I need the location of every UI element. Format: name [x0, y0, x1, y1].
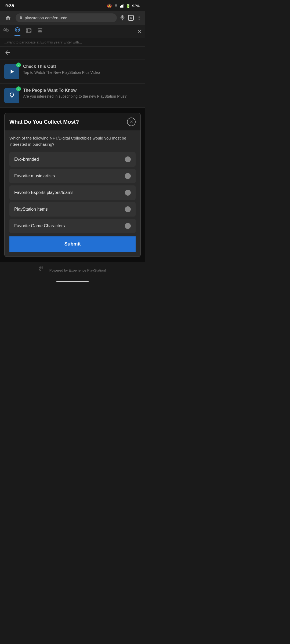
svg-point-7 — [139, 19, 139, 20]
browser-actions: 4 — [119, 15, 142, 21]
option-label-evo: Evo-branded — [14, 157, 39, 162]
tab-film-icon[interactable] — [26, 28, 32, 35]
radio-option-evo-branded[interactable]: Evo-branded — [9, 152, 136, 167]
close-icon: ✕ — [130, 119, 133, 125]
svg-rect-4 — [20, 17, 22, 19]
radio-circle-evo — [125, 156, 131, 162]
svg-marker-28 — [42, 267, 43, 268]
close-tabs-icon[interactable]: ✕ — [137, 28, 142, 35]
survey-card-check-this-out[interactable]: ✓ Check This Out! Tap to Watch The New P… — [0, 60, 145, 84]
svg-point-6 — [139, 17, 139, 18]
survey-desc-2: Are you interested in subscribing to the… — [23, 94, 126, 99]
modal-collect: What Do You Collect Most? ✕ Which of the… — [4, 113, 141, 257]
browser-tabs-bar: ✕ — [0, 25, 145, 38]
radio-circle-esports — [125, 190, 131, 196]
svg-point-13 — [16, 29, 17, 30]
survey-icon-play: ✓ — [4, 64, 19, 79]
notification-muted-icon: 🔕 — [107, 3, 112, 8]
svg-rect-3 — [123, 4, 124, 8]
option-label-playstation: PlayStation Items — [14, 207, 48, 212]
svg-point-5 — [139, 16, 139, 17]
svg-point-12 — [15, 28, 20, 32]
microphone-icon[interactable] — [119, 15, 125, 21]
tab-smiley-icon[interactable] — [15, 27, 20, 36]
home-button[interactable] — [3, 13, 13, 23]
svg-rect-1 — [121, 5, 122, 8]
radio-circle-music — [125, 173, 131, 179]
submit-button[interactable]: Submit — [9, 236, 136, 252]
playstation-logo-footer — [39, 266, 47, 274]
survey-title-1: Check This Out! — [23, 64, 100, 69]
url-text: playstation.com/en-us/e — [25, 16, 67, 20]
page-content: ...want to participate at Evo this year?… — [0, 38, 145, 278]
radio-option-playstation[interactable]: PlayStation Items — [9, 202, 136, 217]
tab-store-icon[interactable] — [37, 28, 43, 35]
back-nav[interactable] — [0, 47, 145, 60]
status-time: 9:35 — [5, 3, 14, 8]
modal-title: What Do You Collect Most? — [9, 119, 79, 125]
option-label-music: Favorite music artists — [14, 174, 55, 178]
radio-circle-game-chars — [125, 223, 131, 229]
tab-count-badge[interactable]: 4 — [128, 15, 134, 21]
battery-icon: 🔋 — [126, 4, 130, 8]
modal-close-button[interactable]: ✕ — [127, 118, 136, 126]
page-footer: Powered by Experience PlayStation! — [0, 262, 145, 278]
check-badge-2: ✓ — [16, 86, 21, 91]
home-indicator — [0, 278, 145, 285]
survey-title-2: The People Want To Know — [23, 88, 126, 93]
svg-rect-0 — [120, 6, 121, 8]
modal-question-text: Which of the following NFT/Digital Colle… — [9, 135, 136, 147]
svg-rect-22 — [39, 30, 41, 32]
svg-rect-2 — [122, 5, 123, 8]
check-badge-1: ✓ — [16, 63, 21, 67]
modal-body: Which of the following NFT/Digital Colle… — [5, 130, 140, 257]
svg-rect-15 — [26, 29, 31, 33]
tab-games-icon[interactable] — [3, 28, 9, 35]
survey-text-1: Check This Out! Tap to Watch The New Pla… — [23, 64, 100, 75]
battery-percent: 92% — [132, 4, 140, 8]
survey-text-2: The People Want To Know Are you interest… — [23, 88, 126, 99]
survey-desc-1: Tap to Watch The New PlayStation Plus Vi… — [23, 70, 100, 75]
radio-option-game-chars[interactable]: Favorite Game Characters — [9, 219, 136, 233]
lock-icon — [19, 16, 23, 20]
address-bar[interactable]: playstation.com/en-us/e — [16, 13, 117, 22]
survey-icon-lightbulb: ✓ — [4, 88, 19, 103]
svg-marker-23 — [11, 69, 14, 74]
page-hint-text: ...want to participate at Evo this year?… — [0, 38, 145, 47]
radio-option-music[interactable]: Favorite music artists — [9, 169, 136, 183]
signal-icon — [120, 4, 124, 8]
status-bar: 9:35 🔕 🔋 92% — [0, 0, 145, 11]
radio-circle-playstation — [125, 206, 131, 212]
radio-option-esports[interactable]: Favorite Esports players/teams — [9, 185, 136, 200]
home-bar — [56, 281, 89, 282]
wifi-icon — [114, 4, 118, 8]
modal-overlay: What Do You Collect Most? ✕ Which of the… — [0, 108, 145, 262]
more-options-icon[interactable] — [136, 15, 142, 20]
svg-rect-29 — [39, 269, 41, 270]
option-label-game-chars: Favorite Game Characters — [14, 224, 65, 228]
svg-point-14 — [18, 29, 19, 30]
survey-card-people-want[interactable]: ✓ The People Want To Know Are you intere… — [0, 84, 145, 108]
modal-header: What Do You Collect Most? ✕ — [5, 113, 140, 130]
status-right: 🔕 🔋 92% — [107, 3, 140, 8]
browser-chrome: playstation.com/en-us/e 4 — [0, 11, 145, 25]
footer-text: Powered by Experience PlayStation! — [49, 268, 106, 272]
option-label-esports: Favorite Esports players/teams — [14, 190, 74, 195]
